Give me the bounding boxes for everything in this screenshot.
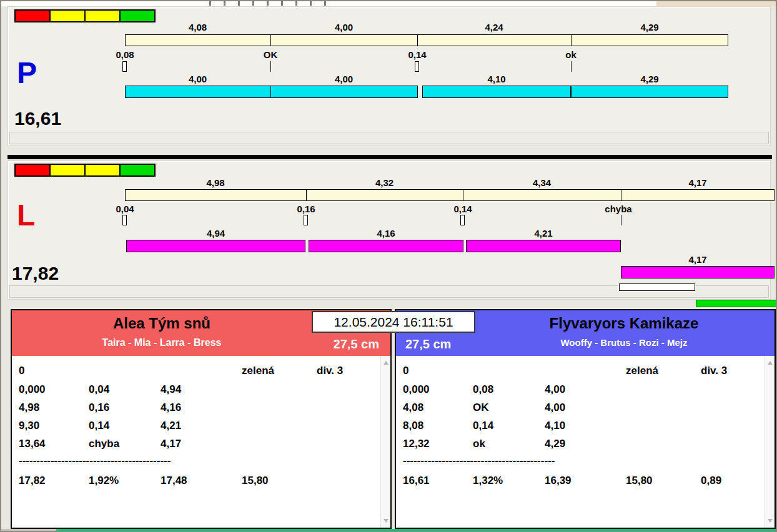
- lane-p-panel: P 16,61 4,08 4,00 4,24 4,29 0,08 OK 0,14…: [7, 6, 771, 146]
- penalty-count: 0: [19, 365, 24, 377]
- sensor-tick: [122, 61, 127, 72]
- run-bar-segment: [125, 86, 271, 98]
- scroll-down-icon[interactable]: [384, 519, 388, 523]
- sensor-tick: [621, 215, 621, 225]
- run-time: 4,00: [125, 74, 270, 84]
- scroll-down-icon[interactable]: [768, 519, 773, 523]
- team-panel-right: Flyvaryors Kamikaze Wooffy - Brutus - Ro…: [395, 309, 776, 529]
- split-time: 4,00: [270, 22, 417, 32]
- lane-l-letter: L: [17, 200, 35, 230]
- change-value: 0,14: [473, 420, 493, 432]
- reference-time: 15,80: [626, 475, 653, 487]
- window-edge-tick: [224, 1, 225, 6]
- change-mark: OK: [242, 49, 299, 60]
- team-name: Flyvaryors Kamikaze: [477, 315, 771, 332]
- cumulative-time: 4,08: [403, 401, 423, 414]
- split-time: 4,17: [621, 177, 775, 188]
- run-time: 4,29: [571, 74, 728, 84]
- separator-dashes: ----------------------------------------…: [19, 455, 171, 467]
- traffic-light-p: [14, 9, 154, 22]
- split-bar-segment: [125, 189, 307, 201]
- division-label: div. 3: [317, 365, 343, 377]
- change-value: 0,08: [473, 383, 493, 396]
- lane-l-total: 17,82: [12, 263, 59, 284]
- jump-height: 27,5 cm: [334, 337, 379, 352]
- separator-dashes: ----------------------------------------…: [403, 455, 555, 467]
- team-results-right: 0 zelená div. 3 0,000 0,08 4,00 4,08 OK …: [396, 356, 775, 528]
- lane-divider: [7, 155, 772, 159]
- green-status-bar: [696, 300, 777, 307]
- cumulative-time: 13,64: [19, 438, 46, 450]
- split-bar-segment: [621, 189, 775, 201]
- change-mark: 0,14: [389, 49, 445, 60]
- penalty-count: 0: [403, 365, 408, 377]
- run-value: 4,29: [545, 438, 565, 450]
- window-edge-tick: [324, 1, 326, 6]
- sensor-tick: [415, 61, 419, 72]
- window-edge-tick: [238, 1, 240, 6]
- run-time: 4,17: [621, 254, 775, 265]
- team-results-left: 0 zelená div. 3 0,000 0,04 4,94 4,98 0,1…: [12, 356, 390, 528]
- run-bar-segment: [422, 86, 571, 98]
- traffic-light-yellow-1: [49, 164, 86, 177]
- window-top-strip: [1, 1, 777, 6]
- run-bar-segment: [126, 240, 305, 252]
- lane-l-panel: L 17,82 4,98 4,32 4,34 4,17 0,04 0,16 0,…: [7, 160, 771, 300]
- cumulative-time: 9,30: [19, 420, 39, 432]
- run-bar-segment: [270, 86, 418, 98]
- percentage: 1,32%: [473, 475, 503, 487]
- sensor-tick: [571, 61, 572, 72]
- traffic-light-yellow-1: [49, 9, 86, 22]
- run-value: 4,94: [161, 383, 181, 396]
- traffic-light-yellow-2: [84, 164, 121, 177]
- window-edge-tick: [310, 1, 312, 6]
- cumulative-time: 0,000: [403, 383, 430, 396]
- traffic-light-red: [14, 9, 51, 22]
- run-bar-segment: [466, 240, 621, 252]
- difference-time: 0,89: [701, 475, 721, 487]
- window-edge-tick: [252, 1, 254, 6]
- change-mark: 0,16: [278, 204, 334, 214]
- split-bar-segment: [571, 34, 728, 46]
- net-time: 16,39: [545, 475, 572, 487]
- split-time: 4,24: [417, 22, 571, 32]
- scroll-up-icon[interactable]: [384, 361, 388, 365]
- traffic-light-green: [119, 9, 156, 22]
- split-bar-segment: [270, 34, 418, 46]
- total-time: 16,61: [403, 475, 430, 487]
- net-time: 17,48: [161, 475, 187, 487]
- change-value: ok: [473, 438, 485, 450]
- sensor-tick: [460, 215, 465, 225]
- team-name: Alea Tým snů: [12, 315, 312, 332]
- change-mark: chyba: [590, 204, 646, 214]
- reference-time: 15,80: [242, 475, 269, 487]
- cumulative-time: 8,08: [403, 420, 423, 432]
- split-time: 4,08: [125, 22, 270, 32]
- scrollbar[interactable]: [765, 356, 775, 528]
- lane-p-status-strip: [9, 132, 769, 144]
- jump-height: 27,5 cm: [405, 337, 451, 352]
- scroll-up-icon[interactable]: [768, 361, 773, 365]
- run-value: 4,21: [161, 420, 181, 432]
- run-value: 4,00: [545, 383, 565, 396]
- split-bar-segment: [417, 34, 572, 46]
- total-time: 17,82: [19, 475, 46, 487]
- run-value: 4,17: [161, 438, 181, 450]
- bottom-green-bar: [56, 529, 777, 532]
- traffic-light-green: [119, 164, 156, 177]
- run-bar-segment: [571, 86, 728, 98]
- window-edge-tick: [281, 1, 283, 6]
- split-bar-segment: [306, 189, 463, 201]
- traffic-light-l: [14, 164, 154, 177]
- run-bar-segment: [621, 266, 775, 278]
- split-bar-segment: [125, 34, 271, 46]
- run-time: 4,00: [270, 74, 417, 84]
- change-value: 0,04: [89, 383, 109, 396]
- bottom-status-strip: [1, 529, 777, 532]
- sensor-tick: [304, 215, 308, 225]
- split-time: 4,34: [463, 177, 621, 188]
- run-value: 4,10: [545, 420, 565, 432]
- scrollbar[interactable]: [380, 356, 390, 528]
- run-value: 4,00: [545, 401, 565, 414]
- window-edge-tick: [209, 1, 211, 6]
